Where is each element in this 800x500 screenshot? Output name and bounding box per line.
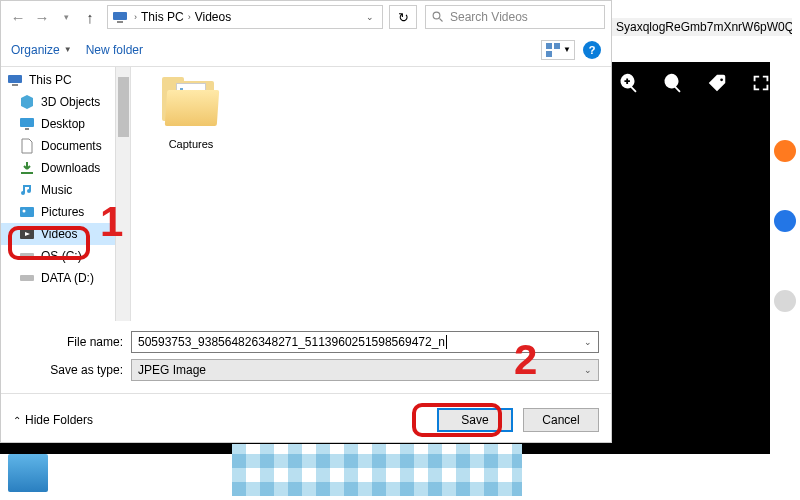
zoom-out-icon[interactable] bbox=[662, 72, 684, 98]
cancel-button[interactable]: Cancel bbox=[523, 408, 599, 432]
breadcrumb-part[interactable]: This PC bbox=[139, 10, 186, 24]
thumbnail-strip bbox=[8, 454, 48, 492]
svg-point-2 bbox=[433, 12, 440, 19]
sidebar-item-documents[interactable]: Documents bbox=[1, 135, 130, 157]
folder-item[interactable]: Captures bbox=[141, 77, 241, 150]
sidebar: This PC 3D Objects Desktop Documents Dow… bbox=[1, 67, 131, 321]
scrollbar[interactable] bbox=[115, 67, 130, 321]
reaction-badge bbox=[774, 290, 796, 312]
sidebar-item-3d-objects[interactable]: 3D Objects bbox=[1, 91, 130, 113]
organize-menu[interactable]: Organize▼ bbox=[11, 43, 72, 57]
folder-label: Captures bbox=[141, 138, 241, 150]
pc-icon bbox=[112, 9, 128, 25]
svg-rect-16 bbox=[20, 275, 34, 281]
hide-folders-button[interactable]: ⌃Hide Folders bbox=[13, 413, 93, 427]
help-button[interactable]: ? bbox=[583, 41, 601, 59]
sidebar-item-data-drive[interactable]: DATA (D:) bbox=[1, 267, 130, 289]
drive-icon bbox=[19, 270, 35, 286]
svg-rect-9 bbox=[20, 118, 34, 127]
sidebar-item-this-pc[interactable]: This PC bbox=[1, 69, 130, 91]
sidebar-item-downloads[interactable]: Downloads bbox=[1, 157, 130, 179]
forward-button: → bbox=[31, 6, 53, 28]
svg-line-3 bbox=[440, 19, 443, 22]
annotation-highlight-1 bbox=[8, 226, 90, 260]
breadcrumb[interactable]: › This PC › Videos ⌄ bbox=[107, 5, 383, 29]
search-input[interactable]: Search Videos bbox=[425, 5, 605, 29]
reaction-badge bbox=[774, 210, 796, 232]
svg-rect-8 bbox=[12, 84, 18, 86]
background-pattern bbox=[232, 444, 522, 496]
annotation-highlight-2 bbox=[412, 403, 502, 437]
recent-dropdown[interactable]: ▾ bbox=[55, 6, 77, 28]
sidebar-item-desktop[interactable]: Desktop bbox=[1, 113, 130, 135]
filename-label: File name: bbox=[13, 335, 131, 349]
pc-icon bbox=[7, 72, 23, 88]
folder-icon bbox=[156, 77, 226, 132]
fullscreen-icon[interactable] bbox=[750, 72, 772, 98]
svg-rect-5 bbox=[554, 43, 560, 49]
desktop-icon bbox=[19, 116, 35, 132]
download-icon bbox=[19, 160, 35, 176]
svg-rect-7 bbox=[8, 75, 22, 83]
svg-rect-1 bbox=[117, 21, 123, 23]
svg-rect-4 bbox=[546, 43, 552, 49]
back-button[interactable]: ← bbox=[7, 6, 29, 28]
svg-rect-12 bbox=[20, 207, 34, 217]
url-fragment: SyaxqlogReGmb7mXnrW6pW0QVCX bbox=[612, 18, 792, 36]
svg-rect-11 bbox=[21, 172, 33, 174]
refresh-button[interactable]: ↻ bbox=[389, 5, 417, 29]
view-mode-button[interactable]: ▼ bbox=[541, 40, 575, 60]
tag-icon[interactable] bbox=[706, 72, 728, 98]
up-button[interactable]: ↑ bbox=[79, 6, 101, 28]
chevron-down-icon[interactable]: ⌄ bbox=[362, 12, 378, 22]
svg-rect-6 bbox=[546, 51, 552, 57]
annotation-label-2: 2 bbox=[514, 336, 537, 384]
picture-icon bbox=[19, 204, 35, 220]
search-icon bbox=[432, 11, 444, 23]
reaction-badge bbox=[774, 140, 796, 162]
music-icon bbox=[19, 182, 35, 198]
document-icon bbox=[19, 138, 35, 154]
cube-icon bbox=[19, 94, 35, 110]
svg-rect-0 bbox=[113, 12, 127, 20]
file-list[interactable]: Captures bbox=[131, 67, 611, 321]
new-folder-button[interactable]: New folder bbox=[86, 43, 143, 57]
zoom-in-icon[interactable] bbox=[618, 72, 640, 98]
svg-rect-10 bbox=[25, 128, 29, 130]
type-label: Save as type: bbox=[13, 363, 131, 377]
breadcrumb-part[interactable]: Videos bbox=[193, 10, 233, 24]
annotation-label-1: 1 bbox=[100, 198, 123, 246]
svg-point-13 bbox=[23, 210, 26, 213]
